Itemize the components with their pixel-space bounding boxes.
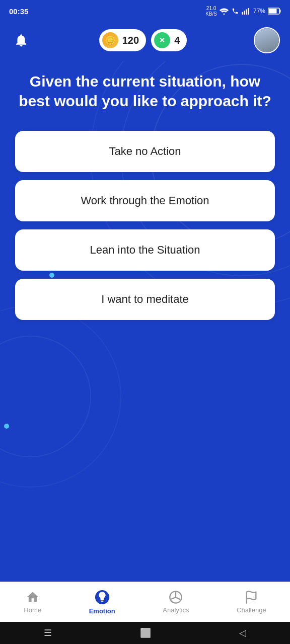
status-time: 00:35: [9, 7, 28, 16]
option-meditate[interactable]: I want to meditate: [15, 279, 275, 320]
signal-icon: [242, 8, 251, 15]
question-text: Given the current situation, how best wo…: [15, 71, 275, 111]
xp-badge: ✕ 4: [151, 29, 187, 51]
nav-item-emotion[interactable]: Emotion: [81, 585, 123, 619]
nav-item-analytics[interactable]: Analytics: [155, 586, 197, 618]
emotion-icon: [94, 589, 110, 605]
svg-rect-7: [269, 9, 277, 14]
status-bar: 00:35 21.0KB/S 77%: [0, 0, 290, 22]
svg-point-12: [0, 306, 121, 487]
android-nav: ☰ ⬜ ◁: [0, 622, 290, 644]
battery-text: 77%: [253, 8, 265, 15]
svg-rect-16: [101, 601, 103, 602]
xp-count: 4: [174, 35, 180, 46]
wifi-icon: [220, 8, 229, 15]
nav-label-emotion: Emotion: [89, 607, 115, 615]
header: 🪙 120 ✕ 4: [0, 22, 290, 61]
nav-label-challenge: Challenge: [237, 606, 266, 614]
svg-rect-1: [242, 12, 243, 15]
analytics-icon: [169, 590, 183, 604]
svg-rect-4: [248, 8, 249, 15]
bell-button[interactable]: [10, 29, 32, 51]
xp-icon: ✕: [154, 32, 170, 48]
nav-item-home[interactable]: Home: [16, 586, 49, 618]
coins-section: 🪙 120 ✕ 4: [99, 29, 187, 51]
options-container: Take no Action Work through the Emotion …: [15, 131, 275, 330]
svg-point-11: [0, 336, 91, 457]
coin-badge: 🪙 120: [99, 29, 146, 51]
option-take-no-action[interactable]: Take no Action: [15, 131, 275, 172]
dot-accent-2: [4, 424, 9, 429]
main-content: Given the current situation, how best wo…: [0, 61, 290, 581]
coin-count: 120: [122, 35, 139, 46]
nav-label-home: Home: [24, 606, 41, 614]
nav-item-challenge[interactable]: Challenge: [229, 586, 274, 618]
svg-point-0: [223, 14, 225, 15]
svg-rect-2: [244, 11, 245, 15]
bottom-nav: Home Emotion Analytics: [0, 582, 290, 622]
avatar[interactable]: [254, 27, 280, 53]
challenge-icon: [244, 590, 258, 604]
data-speed-icon: 21.0KB/S: [205, 6, 217, 17]
nav-label-analytics: Analytics: [163, 606, 189, 614]
home-icon: [26, 590, 40, 604]
svg-rect-15: [100, 599, 104, 600]
coin-icon: 🪙: [102, 32, 118, 48]
avatar-image: [255, 28, 279, 52]
phone-icon: [231, 8, 239, 15]
android-menu-btn[interactable]: ☰: [44, 627, 52, 638]
option-work-through-emotion[interactable]: Work through the Emotion: [15, 180, 275, 221]
android-back-btn[interactable]: ◁: [239, 627, 246, 638]
option-lean-into-situation[interactable]: Lean into the Situation: [15, 229, 275, 271]
battery-icon: [268, 8, 281, 15]
svg-rect-6: [280, 10, 281, 13]
status-icons: 21.0KB/S 77%: [205, 6, 281, 17]
svg-rect-3: [246, 10, 247, 15]
android-home-btn[interactable]: ⬜: [140, 627, 151, 638]
